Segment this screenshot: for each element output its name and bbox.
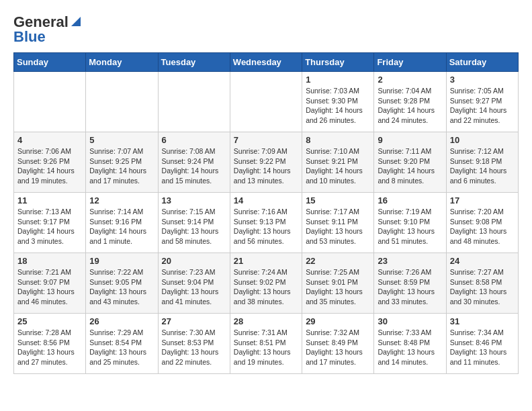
day-content: Sunrise: 7:12 AM Sunset: 9:18 PM Dayligh… xyxy=(450,146,515,186)
day-content: Sunrise: 7:32 AM Sunset: 8:49 PM Dayligh… xyxy=(306,328,370,367)
calendar-cell: 13Sunrise: 7:15 AM Sunset: 9:14 PM Dayli… xyxy=(158,193,230,253)
day-header-tuesday: Tuesday xyxy=(158,53,230,72)
day-header-thursday: Thursday xyxy=(302,53,374,72)
week-row-2: 4Sunrise: 7:06 AM Sunset: 9:26 PM Daylig… xyxy=(14,132,519,193)
day-content: Sunrise: 7:22 AM Sunset: 9:05 PM Dayligh… xyxy=(89,267,154,307)
calendar-cell xyxy=(14,72,86,132)
day-content: Sunrise: 7:04 AM Sunset: 9:28 PM Dayligh… xyxy=(378,86,442,126)
calendar-cell: 30Sunrise: 7:33 AM Sunset: 8:48 PM Dayli… xyxy=(374,314,446,374)
day-content: Sunrise: 7:15 AM Sunset: 9:14 PM Dayligh… xyxy=(162,207,226,246)
day-content: Sunrise: 7:14 AM Sunset: 9:16 PM Dayligh… xyxy=(89,207,154,246)
day-number: 5 xyxy=(89,135,154,145)
day-number: 21 xyxy=(234,256,298,266)
calendar-cell: 28Sunrise: 7:31 AM Sunset: 8:51 PM Dayli… xyxy=(230,314,302,374)
day-content: Sunrise: 7:30 AM Sunset: 8:53 PM Dayligh… xyxy=(162,328,226,367)
day-number: 13 xyxy=(162,195,226,205)
week-row-4: 18Sunrise: 7:21 AM Sunset: 9:07 PM Dayli… xyxy=(14,253,519,314)
calendar-cell: 7Sunrise: 7:09 AM Sunset: 9:22 PM Daylig… xyxy=(230,132,302,193)
day-number: 27 xyxy=(162,316,226,326)
day-content: Sunrise: 7:17 AM Sunset: 9:11 PM Dayligh… xyxy=(306,207,370,246)
day-number: 20 xyxy=(162,256,226,266)
calendar-cell: 3Sunrise: 7:05 AM Sunset: 9:27 PM Daylig… xyxy=(446,72,518,132)
day-content: Sunrise: 7:23 AM Sunset: 9:04 PM Dayligh… xyxy=(162,267,226,307)
calendar-cell: 24Sunrise: 7:27 AM Sunset: 8:58 PM Dayli… xyxy=(446,253,518,314)
day-content: Sunrise: 7:33 AM Sunset: 8:48 PM Dayligh… xyxy=(378,328,442,367)
calendar-cell xyxy=(86,72,158,132)
calendar-cell: 14Sunrise: 7:16 AM Sunset: 9:13 PM Dayli… xyxy=(230,193,302,253)
day-number: 2 xyxy=(378,75,442,85)
calendar-cell: 22Sunrise: 7:25 AM Sunset: 9:01 PM Dayli… xyxy=(302,253,374,314)
day-number: 16 xyxy=(378,195,442,205)
day-content: Sunrise: 7:06 AM Sunset: 9:26 PM Dayligh… xyxy=(17,146,82,186)
day-number: 17 xyxy=(450,195,515,205)
calendar-cell: 23Sunrise: 7:26 AM Sunset: 8:59 PM Dayli… xyxy=(374,253,446,314)
day-number: 14 xyxy=(234,195,298,205)
day-content: Sunrise: 7:13 AM Sunset: 9:17 PM Dayligh… xyxy=(17,207,82,246)
week-row-1: 1Sunrise: 7:03 AM Sunset: 9:30 PM Daylig… xyxy=(14,72,519,132)
day-number: 11 xyxy=(17,195,82,205)
day-number: 4 xyxy=(17,135,82,145)
calendar-cell xyxy=(158,72,230,132)
day-content: Sunrise: 7:34 AM Sunset: 8:46 PM Dayligh… xyxy=(450,328,515,367)
day-number: 29 xyxy=(306,316,370,326)
day-header-monday: Monday xyxy=(86,53,158,72)
day-header-friday: Friday xyxy=(374,53,446,72)
calendar-cell xyxy=(230,72,302,132)
day-number: 15 xyxy=(306,195,370,205)
day-number: 24 xyxy=(450,256,515,266)
day-number: 18 xyxy=(17,256,82,266)
day-number: 31 xyxy=(450,316,515,326)
calendar-cell: 17Sunrise: 7:20 AM Sunset: 9:08 PM Dayli… xyxy=(446,193,518,253)
day-header-sunday: Sunday xyxy=(14,53,86,72)
svg-marker-0 xyxy=(71,17,81,26)
calendar-cell: 20Sunrise: 7:23 AM Sunset: 9:04 PM Dayli… xyxy=(158,253,230,314)
calendar-cell: 5Sunrise: 7:07 AM Sunset: 9:25 PM Daylig… xyxy=(86,132,158,193)
day-content: Sunrise: 7:26 AM Sunset: 8:59 PM Dayligh… xyxy=(378,267,442,307)
logo-arrow-icon xyxy=(70,15,82,28)
calendar-cell: 31Sunrise: 7:34 AM Sunset: 8:46 PM Dayli… xyxy=(446,314,518,374)
calendar-cell: 25Sunrise: 7:28 AM Sunset: 8:56 PM Dayli… xyxy=(14,314,86,374)
day-number: 28 xyxy=(234,316,298,326)
day-content: Sunrise: 7:19 AM Sunset: 9:10 PM Dayligh… xyxy=(378,207,442,246)
week-row-3: 11Sunrise: 7:13 AM Sunset: 9:17 PM Dayli… xyxy=(14,193,519,253)
day-number: 30 xyxy=(378,316,442,326)
day-header-saturday: Saturday xyxy=(446,53,518,72)
day-header-wednesday: Wednesday xyxy=(230,53,302,72)
day-content: Sunrise: 7:28 AM Sunset: 8:56 PM Dayligh… xyxy=(17,328,82,367)
day-content: Sunrise: 7:10 AM Sunset: 9:21 PM Dayligh… xyxy=(306,146,370,186)
day-number: 23 xyxy=(378,256,442,266)
page-header: General Blue xyxy=(13,13,519,46)
day-number: 3 xyxy=(450,75,515,85)
calendar-cell: 1Sunrise: 7:03 AM Sunset: 9:30 PM Daylig… xyxy=(302,72,374,132)
day-number: 6 xyxy=(162,135,226,145)
day-content: Sunrise: 7:31 AM Sunset: 8:51 PM Dayligh… xyxy=(234,328,298,367)
calendar-cell: 2Sunrise: 7:04 AM Sunset: 9:28 PM Daylig… xyxy=(374,72,446,132)
day-content: Sunrise: 7:25 AM Sunset: 9:01 PM Dayligh… xyxy=(306,267,370,307)
calendar-cell: 4Sunrise: 7:06 AM Sunset: 9:26 PM Daylig… xyxy=(14,132,86,193)
day-content: Sunrise: 7:03 AM Sunset: 9:30 PM Dayligh… xyxy=(306,86,370,126)
logo-blue-text: Blue xyxy=(13,28,46,46)
day-number: 8 xyxy=(306,135,370,145)
calendar-cell: 26Sunrise: 7:29 AM Sunset: 8:54 PM Dayli… xyxy=(86,314,158,374)
calendar-cell: 16Sunrise: 7:19 AM Sunset: 9:10 PM Dayli… xyxy=(374,193,446,253)
day-number: 7 xyxy=(234,135,298,145)
day-content: Sunrise: 7:16 AM Sunset: 9:13 PM Dayligh… xyxy=(234,207,298,246)
calendar-cell: 29Sunrise: 7:32 AM Sunset: 8:49 PM Dayli… xyxy=(302,314,374,374)
day-number: 10 xyxy=(450,135,515,145)
day-number: 9 xyxy=(378,135,442,145)
day-number: 1 xyxy=(306,75,370,85)
day-content: Sunrise: 7:20 AM Sunset: 9:08 PM Dayligh… xyxy=(450,207,515,246)
day-content: Sunrise: 7:07 AM Sunset: 9:25 PM Dayligh… xyxy=(89,146,154,186)
day-number: 22 xyxy=(306,256,370,266)
calendar-cell: 15Sunrise: 7:17 AM Sunset: 9:11 PM Dayli… xyxy=(302,193,374,253)
logo: General Blue xyxy=(13,13,82,46)
week-row-5: 25Sunrise: 7:28 AM Sunset: 8:56 PM Dayli… xyxy=(14,314,519,374)
calendar-cell: 10Sunrise: 7:12 AM Sunset: 9:18 PM Dayli… xyxy=(446,132,518,193)
calendar-cell: 12Sunrise: 7:14 AM Sunset: 9:16 PM Dayli… xyxy=(86,193,158,253)
day-number: 19 xyxy=(89,256,154,266)
day-content: Sunrise: 7:05 AM Sunset: 9:27 PM Dayligh… xyxy=(450,86,515,126)
day-content: Sunrise: 7:21 AM Sunset: 9:07 PM Dayligh… xyxy=(17,267,82,307)
day-content: Sunrise: 7:08 AM Sunset: 9:24 PM Dayligh… xyxy=(162,146,226,186)
days-header-row: SundayMondayTuesdayWednesdayThursdayFrid… xyxy=(14,53,519,72)
calendar-table: SundayMondayTuesdayWednesdayThursdayFrid… xyxy=(13,52,519,374)
